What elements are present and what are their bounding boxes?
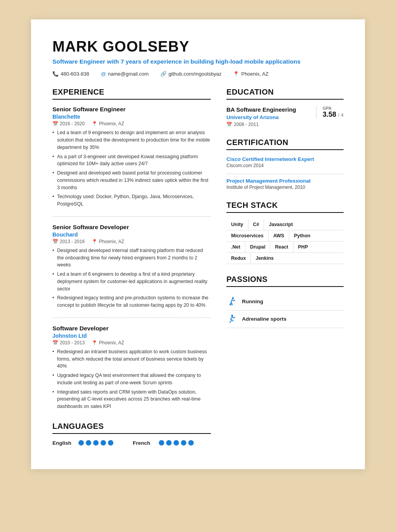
dot — [108, 440, 113, 446]
dot — [166, 440, 172, 446]
two-col-layout: EXPERIENCE Senior Software Engineer Blan… — [52, 88, 344, 446]
calendar-icon-3: 📅 — [52, 340, 58, 345]
candidate-tagline: Software Engineer with 7 years of experi… — [52, 57, 316, 66]
bullet-3-1: Redesigned an intranet business applicat… — [52, 348, 211, 370]
cert-detail-2: Institute of Project Management, 2010 — [226, 185, 344, 190]
bullet-list-2: Designed and developed internal staff tr… — [52, 247, 211, 309]
tech-drupal: Drupal — [245, 242, 271, 252]
bullet-2-1: Designed and developed internal staff tr… — [52, 247, 211, 269]
dot — [93, 440, 99, 446]
tech-stack-title: TECH STACK — [226, 201, 344, 213]
edu-date: 📅 2008 - 2011 — [226, 122, 310, 127]
bullet-3-3: Integrated sales reports and CRM system … — [52, 389, 211, 410]
lang-english-name: English — [52, 440, 74, 446]
dot — [78, 440, 84, 446]
email-item: @ name@gmail.com — [101, 71, 149, 77]
tech-net: .Net — [226, 242, 245, 252]
phone-icon: 📞 — [52, 71, 59, 77]
certification-section: CERTIFICATION Cisco Certified Internetwo… — [226, 138, 344, 190]
edu-gpa-block: GPA 3.58 / 4 — [316, 106, 344, 119]
lang-english-dots — [78, 440, 113, 446]
lang-french-name: French — [133, 440, 154, 446]
email-address: name@gmail.com — [108, 71, 149, 77]
experience-title: EXPERIENCE — [52, 88, 211, 100]
passion-adrenaline: Adrenaline sports — [226, 311, 344, 328]
edu-block: BA Software Engineering University of Ar… — [226, 106, 344, 127]
exp-entry-3: Software Developer Johnston Ltd 📅 2010 -… — [52, 325, 211, 410]
job-title-1: Senior Software Engineer — [52, 106, 211, 113]
certification-title: CERTIFICATION — [226, 138, 344, 150]
location-item: 📍 Phoenix, AZ — [233, 71, 268, 77]
edu-calendar-icon: 📅 — [226, 122, 232, 127]
dot — [86, 440, 91, 446]
location-text: Phoenix, AZ — [241, 71, 268, 77]
exp-location-1: 📍 Phoenix, AZ — [92, 121, 124, 126]
resume-paper: MARK GOOLSEBY Software Engineer with 7 y… — [31, 19, 365, 469]
exp-location-3: 📍 Phoenix, AZ — [92, 340, 124, 345]
edu-left: BA Software Engineering University of Ar… — [226, 106, 310, 127]
gpa-label: GPA — [323, 106, 344, 111]
edu-degree: BA Software Engineering — [226, 106, 310, 114]
exp-entry-2: Senior Software Developer Bouchard 📅 201… — [52, 224, 211, 309]
languages-section: LANGUAGES English French — [52, 422, 211, 446]
passions-section: PASSIONS Running — [226, 275, 344, 328]
dot — [181, 440, 186, 446]
phone-item: 📞 480-603-838 — [52, 71, 89, 77]
bullet-1-4: Technology used: Docker, Python, Django,… — [52, 193, 211, 208]
dot — [188, 440, 194, 446]
exp-meta-2: 📅 2013 - 2016 📍 Phoenix, AZ — [52, 239, 211, 244]
tech-react: React — [270, 242, 293, 252]
calendar-icon-2: 📅 — [52, 239, 58, 244]
tech-unity: Unity — [226, 219, 248, 230]
tech-jenkins: Jenkins — [251, 253, 278, 264]
lang-french-dots — [159, 440, 194, 446]
experience-section: EXPERIENCE Senior Software Engineer Blan… — [52, 88, 211, 410]
exp-divider-1 — [52, 216, 211, 217]
cert-entry-2: Project Management Professional Institut… — [226, 178, 344, 190]
job-title-2: Senior Software Developer — [52, 224, 211, 231]
phone-number: 480-603-838 — [61, 71, 89, 77]
tech-csharp: C# — [248, 219, 264, 230]
education-section: EDUCATION BA Software Engineering Univer… — [226, 88, 344, 127]
gpa-max: / 4 — [338, 112, 344, 118]
svg-point-1 — [231, 314, 233, 316]
github-url: github.com/mgoolsbyaz — [168, 71, 222, 77]
adrenaline-label: Adrenaline sports — [242, 316, 287, 322]
cert-detail-1: Ciscom.com 2014 — [226, 163, 344, 168]
bullet-3-2: Upgraded legacy QA test environment that… — [52, 372, 211, 387]
lang-english: English — [52, 440, 113, 446]
left-column: EXPERIENCE Senior Software Engineer Blan… — [52, 88, 211, 446]
pin-icon-2: 📍 — [92, 239, 97, 244]
tech-php: PHP — [294, 242, 313, 252]
right-column: EDUCATION BA Software Engineering Univer… — [226, 88, 344, 446]
running-label: Running — [242, 299, 263, 304]
exp-meta-1: 📅 2016 - 2020 📍 Phoenix, AZ — [52, 121, 211, 126]
exp-location-2: 📍 Phoenix, AZ — [92, 239, 124, 244]
email-icon: @ — [101, 71, 106, 77]
exp-dates-3: 📅 2010 - 2013 — [52, 340, 85, 345]
running-icon — [226, 296, 237, 307]
passion-running: Running — [226, 293, 344, 311]
bullet-1-2: As a part of 3-engineer unit developed K… — [52, 153, 211, 168]
bullet-list-3: Redesigned an intranet business applicat… — [52, 348, 211, 410]
svg-point-0 — [232, 297, 234, 299]
company-1: Blanchette — [52, 114, 211, 120]
exp-meta-3: 📅 2010 - 2013 📍 Phoenix, AZ — [52, 340, 211, 345]
passions-title: PASSIONS — [226, 275, 344, 287]
exp-entry-1: Senior Software Engineer Blanchette 📅 20… — [52, 106, 211, 208]
edu-school: University of Arizona — [226, 114, 310, 120]
dot — [174, 440, 179, 446]
cert-divider — [226, 174, 344, 174]
tech-row-1: Unity C# Javascript — [226, 219, 344, 230]
exp-dates-2: 📅 2013 - 2016 — [52, 239, 85, 244]
link-icon: 🔗 — [160, 71, 167, 77]
dot — [159, 440, 164, 446]
tech-aws: AWS — [269, 230, 289, 241]
cert-name-2: Project Management Professional — [226, 178, 344, 184]
dot — [101, 440, 106, 446]
calendar-icon-1: 📅 — [52, 121, 58, 126]
tech-row-2: Microservices AWS Python — [226, 230, 344, 242]
exp-dates-1: 📅 2016 - 2020 — [52, 121, 85, 126]
lang-row: English French — [52, 440, 211, 446]
education-title: EDUCATION — [226, 88, 344, 100]
